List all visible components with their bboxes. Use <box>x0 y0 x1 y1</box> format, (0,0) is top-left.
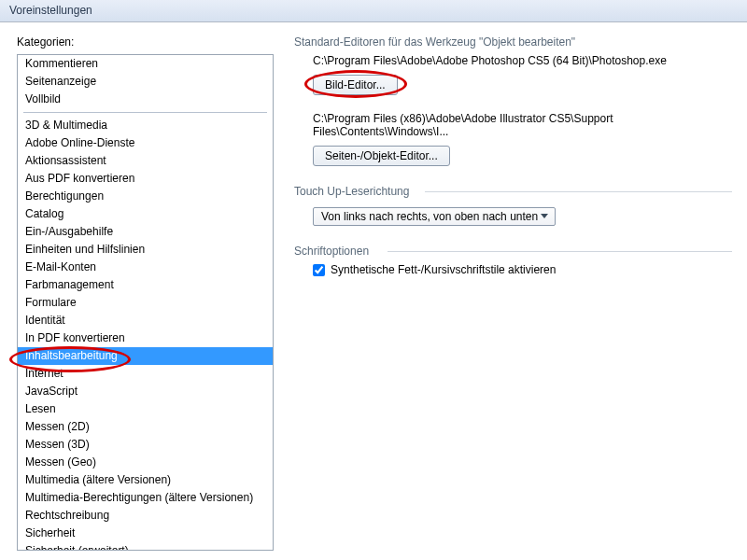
category-item[interactable]: Catalog <box>18 205 273 223</box>
category-item[interactable]: Vollbild <box>18 91 273 108</box>
category-item[interactable]: Messen (2D) <box>18 418 273 436</box>
category-item[interactable]: JavaScript <box>18 383 273 400</box>
category-item[interactable]: Lesen <box>18 400 273 418</box>
category-item[interactable]: Kommentieren <box>18 55 273 73</box>
category-item[interactable]: Einheiten und Hilfslinien <box>18 241 273 259</box>
dialog-body: Kategorien: KommentierenSeitenanzeigeVol… <box>0 22 747 560</box>
touchup-heading: Touch Up-Leserichtung <box>294 185 728 198</box>
category-item[interactable]: Messen (Geo) <box>18 454 273 471</box>
image-editor-button-label: Bild-Editor... <box>325 78 386 91</box>
chevron-down-icon <box>538 214 551 219</box>
touchup-direction-value: Von links nach rechts, von oben nach unt… <box>321 210 538 223</box>
synthetic-fonts-label: Synthetische Fett-/Kursivschriftstile ak… <box>331 263 556 276</box>
category-item[interactable]: Sicherheit <box>18 525 273 542</box>
window-title: Voreinstellungen <box>9 4 92 17</box>
category-item[interactable]: Sicherheit (erweitert) <box>18 542 273 551</box>
page-editor-path: C:\Program Files (x86)\Adobe\Adobe Illus… <box>313 112 728 138</box>
category-item[interactable]: Internet <box>18 365 273 383</box>
window-titlebar: Voreinstellungen <box>0 0 747 22</box>
category-item[interactable]: Aus PDF konvertieren <box>18 170 273 188</box>
synthetic-fonts-row[interactable]: Synthetische Fett-/Kursivschriftstile ak… <box>313 263 728 276</box>
image-editor-path: C:\Program Files\Adobe\Adobe Photoshop C… <box>313 54 728 67</box>
category-item[interactable]: Adobe Online-Dienste <box>18 134 273 152</box>
touchup-direction-select[interactable]: Von links nach rechts, von oben nach unt… <box>313 207 556 226</box>
editors-heading: Standard-Editoren für das Werkzeug "Obje… <box>294 35 728 49</box>
synthetic-fonts-checkbox[interactable] <box>313 264 325 276</box>
category-item[interactable]: E-Mail-Konten <box>18 259 273 276</box>
page-editor-button[interactable]: Seiten-/Objekt-Editor... <box>313 146 450 166</box>
settings-pane: Standard-Editoren für das Werkzeug "Obje… <box>274 35 738 551</box>
category-item[interactable]: Aktionsassistent <box>18 152 273 170</box>
category-item[interactable]: 3D & Multimedia <box>18 117 273 134</box>
image-editor-button[interactable]: Bild-Editor... <box>313 75 398 95</box>
category-item[interactable]: Messen (3D) <box>18 436 273 454</box>
category-item[interactable]: Identität <box>18 312 273 329</box>
categories-pane: Kategorien: KommentierenSeitenanzeigeVol… <box>17 35 274 551</box>
categories-list[interactable]: KommentierenSeitenanzeigeVollbild3D & Mu… <box>17 54 274 551</box>
category-item[interactable]: Formulare <box>18 294 273 312</box>
category-item[interactable]: Multimedia-Berechtigungen (ältere Versio… <box>18 489 273 507</box>
category-item[interactable]: Seitenanzeige <box>18 73 273 91</box>
category-item[interactable]: Berechtigungen <box>18 188 273 205</box>
page-editor-button-label: Seiten-/Objekt-Editor... <box>325 149 438 162</box>
fonts-heading: Schriftoptionen <box>294 245 728 258</box>
category-item[interactable]: Ein-/Ausgabehilfe <box>18 223 273 241</box>
category-divider <box>23 112 267 113</box>
categories-label: Kategorien: <box>17 35 274 49</box>
category-item[interactable]: Inhaltsbearbeitung <box>18 347 273 365</box>
category-item[interactable]: In PDF konvertieren <box>18 329 273 347</box>
category-item[interactable]: Multimedia (ältere Versionen) <box>18 471 273 489</box>
category-item[interactable]: Farbmanagement <box>18 276 273 294</box>
category-item[interactable]: Rechtschreibung <box>18 507 273 525</box>
